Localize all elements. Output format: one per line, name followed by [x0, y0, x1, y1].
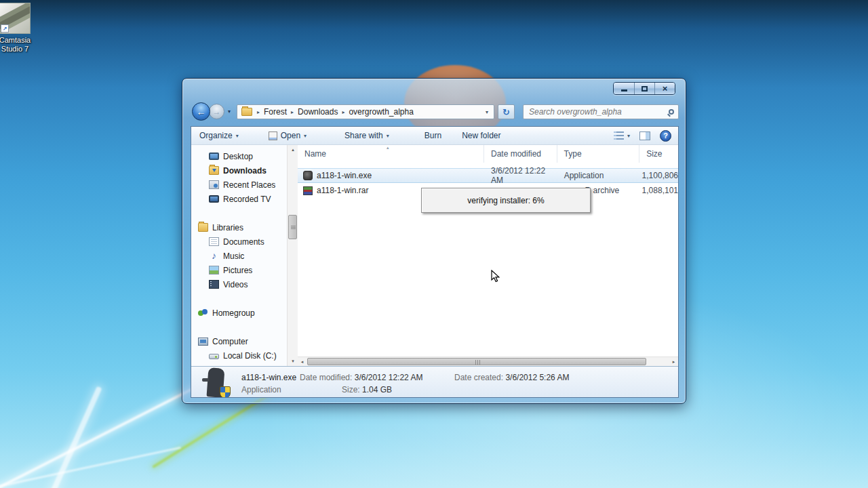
sidebar-item-label: Homegroup [212, 308, 255, 318]
burn-label: Burn [425, 131, 441, 140]
refresh-button[interactable]: ↻ [498, 104, 515, 119]
sidebar-scrollbar[interactable]: ▴ ▾ [287, 145, 298, 366]
scroll-up-button[interactable]: ▴ [288, 145, 298, 155]
chevron-down-icon: ▾ [627, 133, 630, 139]
camtasia-icon: ↗ [0, 3, 31, 34]
sidebar-item-homegroup[interactable]: Homegroup [191, 306, 287, 320]
column-header-size[interactable]: Size [639, 145, 678, 163]
hard-drive-icon [209, 354, 219, 359]
search-box [523, 104, 679, 119]
file-name: a118-1-win.exe [317, 171, 372, 180]
recent-places-icon [209, 180, 219, 189]
verifying-installer-popup: verifying installer: 6% [421, 188, 591, 213]
maximize-button[interactable] [634, 83, 654, 94]
column-header-row: ▴ Name Date modified Type Size [298, 145, 678, 163]
breadcrumb-overgrowth-alpha[interactable]: overgrowth_alpha [347, 107, 415, 117]
close-button[interactable]: × [654, 83, 675, 94]
column-label: Size [646, 149, 662, 159]
scroll-down-button[interactable]: ▾ [288, 357, 298, 366]
downloads-icon [209, 166, 219, 175]
sidebar-item-documents[interactable]: Documents [191, 235, 287, 249]
scrollbar-thumb[interactable] [288, 215, 297, 239]
column-header-date-modified[interactable]: Date modified [484, 145, 557, 163]
selected-file-icon [201, 367, 233, 398]
back-button[interactable]: ← [192, 102, 210, 121]
column-label: Name [304, 149, 326, 159]
sidebar-item-label: Music [223, 251, 244, 261]
preview-pane-button[interactable] [639, 131, 650, 140]
recorded-tv-icon [209, 195, 219, 203]
forward-button[interactable]: → [209, 104, 224, 119]
desktop: ↗ Camtasia Studio 7 × ← → ▾ ▸ Forest ▸ D… [0, 0, 868, 488]
close-icon: × [663, 84, 668, 93]
music-icon: ♪ [209, 251, 219, 260]
sidebar-item-recorded-tv[interactable]: Recorded TV [191, 192, 287, 206]
horizontal-scrollbar[interactable]: ◂ ▸ [298, 357, 678, 366]
scroll-left-button[interactable]: ◂ [298, 357, 307, 366]
details-date-modified: Date modified: 3/6/2012 12:22 AM [300, 373, 422, 382]
help-icon: ? [663, 131, 668, 140]
scroll-right-button[interactable]: ▸ [669, 357, 678, 366]
new-folder-button[interactable]: New folder [462, 131, 500, 140]
explorer-window: × ← → ▾ ▸ Forest ▸ Downloads ▸ overgrowt… [182, 78, 686, 404]
maximize-icon [642, 86, 648, 92]
homegroup-icon [198, 308, 208, 317]
open-label: Open [281, 131, 300, 140]
change-view-button[interactable]: ▾ [614, 131, 630, 140]
chevron-down-icon: ▾ [304, 133, 307, 139]
details-file-name: a118-1-win.exe [241, 373, 296, 382]
sidebar-item-libraries[interactable]: Libraries [191, 220, 287, 235]
file-date-cell: 3/6/2012 12:22 AM [484, 166, 557, 185]
file-size-cell: 1,100,806 [639, 171, 678, 180]
address-dropdown-button[interactable]: ▾ [483, 109, 491, 115]
search-icon[interactable] [669, 109, 674, 115]
help-button[interactable]: ? [660, 130, 671, 142]
minimize-button[interactable] [614, 83, 634, 94]
share-with-label: Share with [344, 131, 383, 140]
sidebar-item-downloads[interactable]: Downloads [191, 163, 287, 178]
new-folder-label: New folder [462, 131, 500, 140]
sidebar-item-label: Computer [212, 337, 248, 346]
file-size-cell: 1,088,101 [639, 186, 678, 195]
sidebar-item-recent-places[interactable]: Recent Places [191, 178, 287, 192]
column-header-name[interactable]: Name [298, 145, 484, 163]
column-label: Date modified [491, 149, 541, 159]
sidebar-item-local-disk-c[interactable]: Local Disk (C:) [191, 348, 287, 363]
toolbar-right-group: ▾ ? [614, 130, 671, 142]
sidebar-item-videos[interactable]: Videos [191, 277, 287, 291]
burn-button[interactable]: Burn [425, 131, 441, 140]
file-name-cell: a118-1-win.exe [298, 171, 484, 180]
field-value: 3/6/2012 5:26 AM [505, 373, 569, 382]
desktop-shortcut-camtasia[interactable]: ↗ Camtasia Studio 7 [0, 3, 41, 54]
sidebar-item-label: Pictures [223, 266, 252, 275]
sort-ascending-icon: ▴ [387, 145, 389, 150]
scrollbar-thumb[interactable] [307, 358, 646, 365]
crumb-separator-icon: ▸ [289, 109, 296, 115]
sidebar-item-label: Recent Places [223, 180, 275, 190]
forward-arrow-icon: → [213, 107, 221, 117]
organize-button[interactable]: Organize ▾ [199, 131, 239, 140]
details-file-type: Application [241, 385, 281, 394]
installer-figure-icon [202, 378, 209, 382]
address-bar[interactable]: ▸ Forest ▸ Downloads ▸ overgrowth_alpha … [237, 104, 494, 119]
open-button[interactable]: Open ▾ [269, 131, 307, 140]
breadcrumb-forest[interactable]: Forest [262, 107, 289, 117]
main-area: Desktop Downloads Recent Places Recorded… [191, 145, 678, 366]
sidebar-item-desktop[interactable]: Desktop [191, 149, 287, 163]
desktop-icon [209, 152, 219, 160]
navigation-bar: ← → ▾ ▸ Forest ▸ Downloads ▸ overgrowth_… [191, 103, 679, 121]
rar-file-icon [303, 186, 313, 195]
sidebar-item-pictures[interactable]: Pictures [191, 263, 287, 277]
computer-icon [198, 338, 208, 346]
sidebar-item-music[interactable]: ♪ Music [191, 249, 287, 263]
sidebar-item-computer[interactable]: Computer [191, 334, 287, 348]
history-dropdown-button[interactable]: ▾ [228, 108, 231, 115]
breadcrumb-downloads[interactable]: Downloads [296, 107, 340, 117]
column-header-type[interactable]: Type [557, 145, 640, 163]
uac-shield-icon [220, 386, 231, 398]
search-input[interactable] [528, 106, 666, 117]
table-row-exe[interactable]: a118-1-win.exe 3/6/2012 12:22 AM Applica… [298, 168, 678, 183]
chevron-down-icon: ▾ [236, 133, 239, 139]
share-with-button[interactable]: Share with ▾ [344, 131, 389, 140]
pictures-icon [209, 266, 219, 274]
